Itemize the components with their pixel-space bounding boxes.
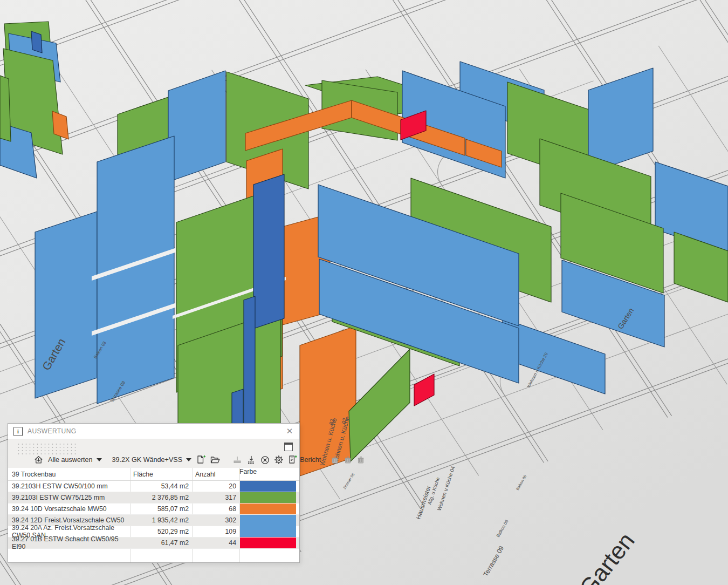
home-evaluate-icon[interactable] <box>34 455 43 464</box>
place-result-icon <box>232 455 242 464</box>
table-row[interactable]: 39.24 10D Vorsatzschale MW50 585,07 m2 6… <box>8 504 299 515</box>
table-header[interactable]: 39 Trockenbau Fläche Anzahl Farbe <box>8 468 299 481</box>
wall-panel <box>35 212 97 398</box>
settings-gear-icon[interactable] <box>274 455 284 465</box>
row-flaeche: 520,29 m2 <box>130 528 192 535</box>
evaluation-table: 39 Trockenbau Fläche Anzahl Farbe 39.210… <box>8 468 299 562</box>
color-swatch <box>240 504 296 514</box>
row-flaeche: 585,07 m2 <box>130 505 192 513</box>
info-icon: i <box>13 427 23 436</box>
column-header-trockenbau[interactable]: 39 Trockenbau <box>8 471 130 478</box>
trash-icon <box>331 455 339 464</box>
column-header-flaeche[interactable]: Fläche <box>130 471 192 478</box>
row-name: 39.24 12D Freist.Vorsatzschale CW50 <box>8 516 130 524</box>
row-name: 39.27 01B ESTW Schacht CW50/95 EI90 <box>8 535 130 550</box>
row-anzahl: 68 <box>192 505 239 513</box>
row-anzahl: 109 <box>192 528 239 535</box>
wall-panel <box>253 174 284 329</box>
trash-icon <box>356 455 365 464</box>
trash-icon <box>344 455 352 464</box>
wall-panel <box>97 136 174 404</box>
color-swatch <box>240 538 296 548</box>
wall-panel <box>31 31 42 53</box>
scope-dropdown[interactable]: Alle auswerten <box>48 456 93 464</box>
row-name: 39.2103H ESTW CW50/100 mm <box>8 482 130 490</box>
new-document-icon[interactable] <box>196 455 206 465</box>
row-name: 39.24 10D Vorsatzschale MW50 <box>8 505 130 513</box>
import-download-icon[interactable] <box>246 455 256 464</box>
clear-result-icon[interactable] <box>260 455 270 465</box>
open-folder-icon[interactable] <box>210 455 221 464</box>
row-flaeche: 53,44 m2 <box>130 482 192 490</box>
panel-title: AUSWERTUNG <box>28 427 76 435</box>
panel-header-area: Alle auswerten 39.2X GK Wände+VSS <box>8 439 299 468</box>
chevron-down-icon[interactable] <box>186 458 191 461</box>
table-row[interactable]: 39.2103H ESTW CW50/100 mm 53,44 m2 20 <box>8 481 299 492</box>
auswertung-panel: i AUSWERTUNG ✕ Alle auswerten 39.2X GK W… <box>8 423 300 563</box>
wall-panel <box>0 76 11 141</box>
row-anzahl: 317 <box>192 494 239 501</box>
row-flaeche: 1 935,42 m2 <box>130 516 192 524</box>
chevron-down-icon[interactable] <box>97 458 102 461</box>
panel-titlebar[interactable]: i AUSWERTUNG ✕ <box>8 424 299 439</box>
table-row[interactable]: 39.27 01B ESTW Schacht CW50/95 EI90 61,4… <box>8 538 299 549</box>
color-swatch <box>240 526 296 537</box>
dock-window-icon[interactable] <box>284 443 293 451</box>
table-row[interactable]: 39.2103I ESTW CW75/125 mm 2 376,85 m2 31… <box>8 492 299 504</box>
wall-panel <box>168 71 225 182</box>
close-icon[interactable]: ✕ <box>285 427 294 436</box>
row-anzahl: 302 <box>192 516 239 524</box>
bericht-button[interactable]: Bericht <box>300 456 321 464</box>
row-name: 39.2103I ESTW CW75/125 mm <box>8 494 130 501</box>
column-header-anzahl[interactable]: Anzahl <box>192 471 239 478</box>
report-document-icon[interactable] <box>288 455 298 465</box>
row-anzahl: 20 <box>192 482 239 490</box>
color-swatch <box>240 492 296 503</box>
color-swatch <box>240 481 296 492</box>
color-swatch <box>240 515 296 526</box>
toolbar: Alle auswerten 39.2X GK Wände+VSS <box>8 453 299 467</box>
row-anzahl: 44 <box>192 539 239 547</box>
row-flaeche: 2 376,85 m2 <box>130 494 192 501</box>
row-flaeche: 61,47 m2 <box>130 539 192 547</box>
application-viewport: Garten Balkon 08 Terrasse 08 Wohnen u. K… <box>0 0 728 585</box>
preset-dropdown[interactable]: 39.2X GK Wände+VSS <box>112 456 183 464</box>
column-header-farbe[interactable]: Farbe <box>239 468 299 480</box>
